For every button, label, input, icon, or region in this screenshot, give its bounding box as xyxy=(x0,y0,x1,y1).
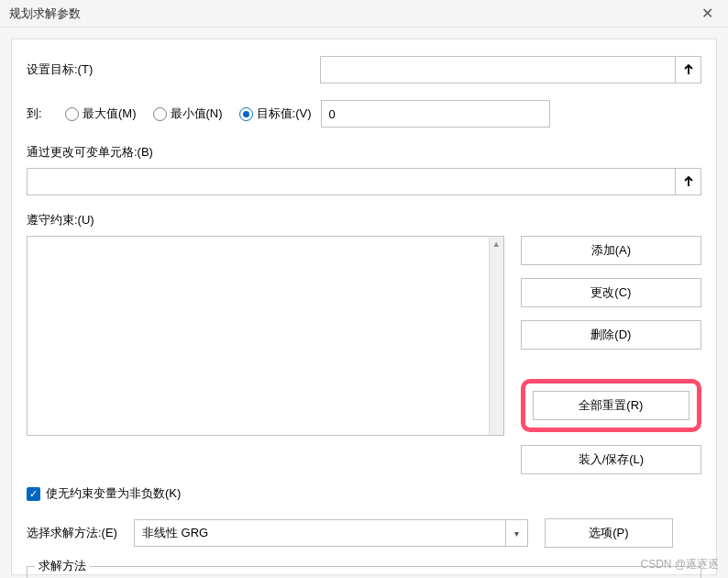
variable-ref-button[interactable] xyxy=(675,169,700,195)
constraints-listbox[interactable]: ▲ xyxy=(27,236,504,436)
method-selected-value: 非线性 GRG xyxy=(142,525,208,541)
constraints-label: 遵守约束:(U) xyxy=(27,212,701,228)
highlight-box: 全部重置(R) xyxy=(521,379,701,432)
variable-label: 通过更改可变单元格:(B) xyxy=(27,144,701,161)
main-panel: 设置目标:(T) 到: 最大值(M) 最小值(N) 目标值:(V) 通 xyxy=(11,39,717,575)
watermark: CSDN @逐逐逐 xyxy=(640,557,719,572)
method-group: 求解方法 xyxy=(27,566,701,578)
target-label: 设置目标:(T) xyxy=(27,61,311,78)
radio-min[interactable]: 最小值(N) xyxy=(153,106,223,122)
nonneg-label: 使无约束变量为非负数(K) xyxy=(46,485,181,502)
change-button[interactable]: 更改(C) xyxy=(521,278,701,307)
radio-min-label: 最小值(N) xyxy=(171,106,223,122)
load-save-button[interactable]: 装入/保存(L) xyxy=(521,445,701,474)
scrollbar[interactable]: ▲ xyxy=(489,237,503,435)
reset-all-button[interactable]: 全部重置(R) xyxy=(533,391,689,420)
nonneg-checkbox[interactable]: ✓ xyxy=(27,487,40,501)
method-select[interactable]: 非线性 GRG ▾ xyxy=(134,519,528,547)
radio-max-label: 最大值(M) xyxy=(83,106,137,122)
target-ref-button[interactable] xyxy=(675,57,700,83)
radio-max[interactable]: 最大值(M) xyxy=(65,106,137,122)
to-label: 到: xyxy=(27,106,56,122)
target-value-input[interactable] xyxy=(321,100,550,128)
options-button[interactable]: 选项(P) xyxy=(545,518,673,548)
method-group-title: 求解方法 xyxy=(35,558,90,574)
chevron-down-icon: ▾ xyxy=(505,520,527,546)
window-title: 规划求解参数 xyxy=(9,6,81,22)
close-icon[interactable]: ✕ xyxy=(696,5,719,22)
scroll-up-icon[interactable]: ▲ xyxy=(490,237,503,251)
delete-button[interactable]: 删除(D) xyxy=(521,320,701,350)
add-button[interactable]: 添加(A) xyxy=(521,236,701,265)
target-input[interactable] xyxy=(320,56,701,83)
radio-target-label: 目标值:(V) xyxy=(257,106,312,122)
variable-input[interactable] xyxy=(27,168,701,195)
radio-target[interactable]: 目标值:(V) xyxy=(239,106,312,122)
method-label: 选择求解方法:(E) xyxy=(27,525,117,541)
